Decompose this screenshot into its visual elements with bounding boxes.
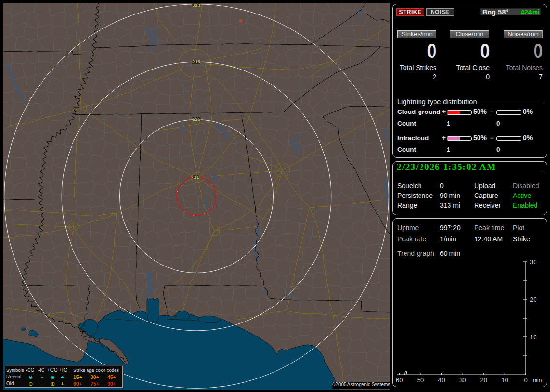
svg-text:125: 125 [192,116,201,122]
svg-text:50: 50 [417,377,424,384]
svg-text:60: 60 [396,377,403,384]
svg-text:20: 20 [480,377,487,384]
svg-text:10: 10 [501,377,508,384]
svg-text:min: min [533,377,542,384]
svg-text:30: 30 [459,377,466,384]
svg-text:313: 313 [192,2,200,8]
svg-text:10: 10 [530,334,536,341]
svg-text:30: 30 [530,258,536,266]
svg-text:219: 219 [192,59,200,64]
svg-text:0: 0 [524,377,527,384]
svg-text:40: 40 [438,377,445,384]
svg-text:20: 20 [530,296,536,303]
svg-text:31: 31 [194,174,199,180]
